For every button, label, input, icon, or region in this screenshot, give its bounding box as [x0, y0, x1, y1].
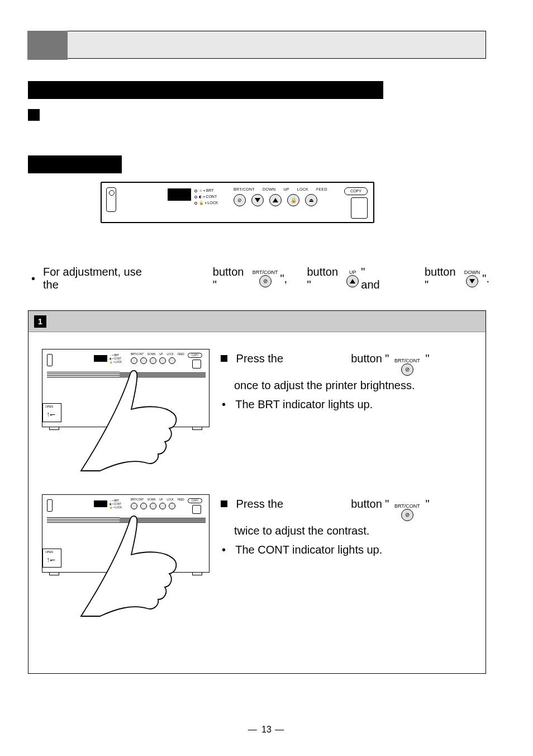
square-bullet-icon: [221, 500, 227, 507]
r2-l2: twice to adjust the contrast.: [221, 521, 472, 540]
r1-l1c: ": [425, 352, 429, 365]
manual-page: ☼ • BRT ◐ • CONT 🔒 • LOCK BRT/CONT DOWN …: [0, 0, 533, 756]
page-number-value: 13: [261, 725, 272, 734]
r1-l3: The BRT indicator lights up.: [235, 398, 373, 410]
r2-l3: The CONT indicator lights up.: [235, 544, 382, 556]
adj-mid1: button ": [213, 266, 250, 291]
power-switch-slot: [106, 187, 116, 212]
copy-button-label: COPY: [344, 187, 368, 195]
brt-cont-inline-icon-2: BRT/CONT ⊘: [394, 358, 420, 376]
section-header-tab: [27, 31, 68, 60]
bullet-icon: •: [222, 544, 226, 556]
step-1-box: 1 ☼ • BRT◐ • CONT🔒 • LOCK BRT/CONTDOWNUP…: [28, 310, 486, 674]
panel-button-labels: BRT/CONT DOWN UP LOCK FEED: [234, 187, 327, 191]
step-number: 1: [34, 315, 46, 328]
r1-l2: once to adjust the printer brightness.: [221, 376, 472, 395]
page-number: — 13 —: [0, 725, 533, 735]
panel-lcd: [168, 188, 191, 201]
brt-cont-inline-icon-3: BRT/CONT ⊘: [394, 504, 420, 521]
step-1-text-1: Press the button " BRT/CONT ⊘ " once to …: [221, 349, 472, 414]
ind-lock-label: LOCK: [207, 201, 218, 205]
r1-l1a: Press the: [236, 352, 283, 365]
subsection-title-bar: [28, 155, 122, 173]
brt-cont-inline-icon: BRT/CONT ⊘: [253, 270, 278, 287]
ind-brt-label: BRT: [206, 188, 214, 192]
inline-brtcont-label: BRT/CONT: [253, 270, 278, 275]
lbl-brtcont: BRT/CONT: [234, 187, 255, 191]
inline-up-label: UP: [349, 270, 356, 275]
section-header-band: [28, 31, 486, 59]
inline-down-label: DOWN: [464, 270, 480, 275]
panel-indicator-legend: ☼ • BRT ◐ • CONT 🔒 • LOCK: [194, 187, 218, 206]
brt-cont-button-icon: ⊘: [234, 194, 246, 206]
bullet-icon: •: [222, 398, 226, 410]
up-button-icon: [269, 194, 282, 206]
adj-mid2b: " and: [361, 266, 386, 291]
down-inline-icon: DOWN: [464, 270, 480, 287]
subsection-marker: [28, 109, 40, 121]
step-header: 1: [28, 311, 486, 332]
printer-illustration-1: ☼ • BRT◐ • CONT🔒 • LOCK BRT/CONTDOWNUPLO…: [42, 349, 210, 466]
r2-l1b: button ": [351, 498, 389, 510]
adj-mid3b: ".: [482, 272, 489, 285]
r2-l1a: Press the: [236, 498, 283, 510]
lbl-feed: FEED: [316, 187, 327, 191]
up-inline-icon: UP: [346, 270, 359, 287]
bullet-icon: •: [31, 272, 35, 285]
feed-button-icon: ⏏: [305, 194, 317, 206]
panel-button-row: ⊘ 🔒 ⏏: [234, 194, 317, 206]
adjustment-instruction-line: • For adjustment, use the button " BRT/C…: [31, 266, 489, 291]
r1-l1b: button ": [351, 352, 389, 365]
down-button-icon: [251, 194, 264, 206]
control-panel-diagram: ☼ • BRT ◐ • CONT 🔒 • LOCK BRT/CONT DOWN …: [101, 182, 374, 223]
lbl-down: DOWN: [263, 187, 275, 191]
copy-button-outline: [351, 197, 368, 219]
step-1-text-2: Press the button " BRT/CONT ⊘ " twice to…: [221, 494, 472, 559]
lbl-lock: LOCK: [297, 187, 308, 191]
ind-cont-label: CONT: [206, 195, 217, 199]
open-switch-icon: OPEN ↑↽: [42, 549, 61, 568]
step-1-row-2: ☼ • BRT◐ • CONT🔒 • LOCK BRT/CONTDOWNUPLO…: [42, 494, 472, 612]
adj-prefix: For adjustment, use the: [43, 266, 158, 291]
adj-mid2: button ": [307, 266, 344, 291]
adj-mid3: button ": [425, 266, 462, 291]
open-switch-icon: OPEN ↑↽: [42, 403, 61, 422]
section-title-bar: [28, 81, 383, 99]
square-bullet-icon: [221, 355, 227, 362]
adj-mid1b: ",: [280, 272, 288, 285]
step-1-row-1: ☼ • BRT◐ • CONT🔒 • LOCK BRT/CONTDOWNUPLO…: [42, 349, 472, 466]
printer-illustration-2: ☼ • BRT◐ • CONT🔒 • LOCK BRT/CONTDOWNUPLO…: [42, 494, 210, 612]
r2-l1c: ": [425, 498, 429, 510]
lock-button-icon: 🔒: [287, 194, 299, 206]
lbl-up: UP: [283, 187, 289, 191]
